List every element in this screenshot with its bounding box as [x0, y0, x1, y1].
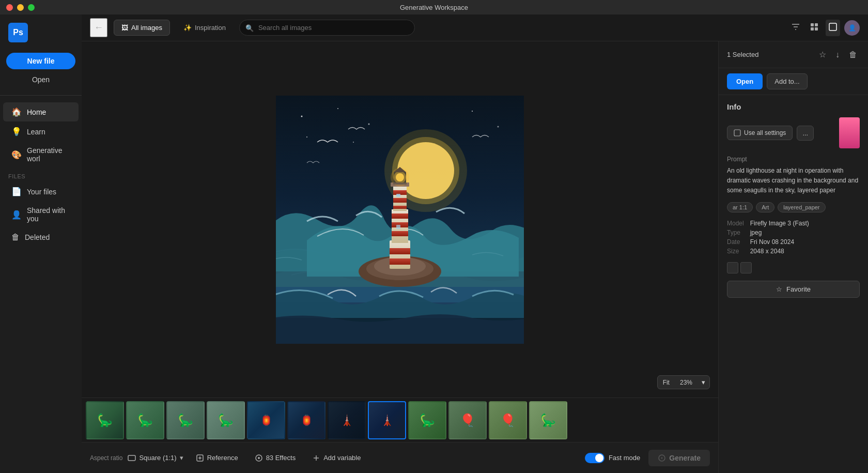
svg-rect-5 — [811, 27, 814, 30]
sidebar-item-label: Deleted — [25, 233, 50, 241]
color-swatch — [839, 117, 860, 148]
sidebar-item-shared[interactable]: 👤 Shared with you — [3, 202, 79, 227]
svg-rect-6 — [815, 27, 818, 30]
thumbnail-9[interactable]: 🦕 — [408, 401, 446, 439]
back-button[interactable]: ← — [90, 18, 107, 37]
svg-rect-41 — [396, 194, 400, 197]
svg-point-14 — [368, 123, 370, 125]
grid-icon-row — [727, 262, 860, 273]
reference-button[interactable]: Reference — [192, 451, 242, 465]
open-button[interactable]: Open — [6, 72, 75, 87]
filter-button[interactable] — [788, 20, 803, 36]
generate-button[interactable]: Generate — [648, 450, 710, 466]
minimize-button[interactable] — [17, 4, 24, 11]
sidebar-item-learn[interactable]: 💡 Learn — [3, 122, 79, 141]
info-title: Info — [727, 102, 860, 111]
aspect-ratio-value: Square (1:1) — [139, 454, 176, 462]
reference-icon — [196, 454, 204, 462]
selected-count: 1 Selected — [727, 51, 758, 58]
thumbnail-10[interactable]: 🎈 — [448, 401, 487, 439]
svg-rect-25 — [390, 258, 410, 265]
right-panel-header: 1 Selected ☆ ↓ 🗑 — [719, 41, 868, 68]
sidebar-item-generative[interactable]: 🎨 Generative worl — [3, 142, 79, 167]
close-button[interactable] — [6, 4, 13, 11]
right-panel: 1 Selected ☆ ↓ 🗑 Open Add to... Info Use… — [718, 41, 868, 473]
aspect-ratio-icon — [128, 454, 136, 462]
shared-icon: 👤 — [11, 210, 22, 220]
panel-info-section: Info Use all settings ... Prompt An old … — [719, 95, 868, 473]
zoom-control: Fit 23% ▾ — [657, 375, 710, 389]
thumbnail-11[interactable]: 🎈 — [489, 401, 527, 439]
sidebar-divider — [0, 95, 82, 96]
thumbnail-5[interactable]: 🏮 — [247, 401, 285, 439]
delete-header-button[interactable]: 🗑 — [846, 48, 860, 62]
svg-rect-4 — [815, 23, 818, 26]
fast-mode-toggle[interactable]: Fast mode — [585, 453, 640, 463]
sidebar-item-deleted[interactable]: 🗑 Deleted — [3, 228, 79, 247]
prompt-label: Prompt — [727, 156, 860, 163]
main-content: ← 🖼 All images ✨ Inspiration 🔍 👤 — [82, 0, 868, 473]
thumbnail-12[interactable]: 🦕 — [529, 401, 567, 439]
tag-art: Art — [756, 202, 774, 212]
tag-layered: layered_paper — [778, 202, 825, 212]
type-value: jpeg — [750, 229, 860, 236]
sidebar-item-home[interactable]: 🏠 Home — [3, 102, 79, 121]
favorite-header-button[interactable]: ☆ — [816, 47, 829, 62]
single-view-button[interactable] — [826, 20, 840, 36]
add-to-button[interactable]: Add to... — [767, 73, 807, 89]
tags-row: ar 1:1 Art layered_paper — [727, 202, 860, 212]
download-header-button[interactable]: ↓ — [833, 48, 842, 62]
svg-point-12 — [301, 115, 303, 117]
sidebar-item-your-files[interactable]: 📄 Your files — [3, 182, 79, 201]
home-icon: 🏠 — [11, 107, 22, 117]
svg-rect-29 — [392, 231, 408, 236]
svg-point-16 — [498, 126, 499, 127]
open-action-button[interactable]: Open — [727, 73, 763, 89]
search-icon: 🔍 — [245, 24, 254, 32]
main-image — [276, 96, 524, 344]
more-options-button[interactable]: ... — [797, 126, 814, 141]
all-images-tab[interactable]: 🖼 All images — [114, 20, 170, 36]
svg-rect-24 — [390, 248, 410, 254]
main-image-container: Fit 23% ▾ — [82, 41, 718, 398]
use-all-settings-button[interactable]: Use all settings — [727, 126, 793, 140]
use-settings-label: Use all settings — [744, 129, 786, 136]
thumbnail-2[interactable]: 🦕 — [126, 401, 164, 439]
zoom-percent: 23% — [675, 376, 698, 389]
thumbnail-3[interactable]: 🦕 — [166, 401, 205, 439]
effects-button[interactable]: 83 Effects — [251, 451, 300, 465]
file-icon: 📄 — [11, 187, 22, 196]
svg-rect-42 — [396, 225, 400, 229]
window-chrome: Generative Workspace — [0, 0, 868, 14]
all-images-label: All images — [131, 24, 162, 32]
grid-icon-1 — [727, 262, 738, 273]
grid-view-button[interactable] — [807, 20, 822, 36]
thumbnail-8-selected[interactable]: 🗼 — [368, 401, 406, 439]
thumbnail-6[interactable]: 🏮 — [287, 401, 326, 439]
date-value: Fri Nov 08 2024 — [750, 238, 860, 246]
type-label: Type — [727, 229, 744, 236]
toggle-knob — [595, 454, 603, 462]
inspiration-tab[interactable]: ✨ Inspiration — [176, 20, 233, 35]
fast-mode-switch[interactable] — [585, 453, 605, 463]
svg-rect-33 — [393, 206, 407, 209]
thumbnail-4[interactable]: 🦕 — [207, 401, 245, 439]
images-icon: 🖼 — [121, 24, 128, 32]
search-input[interactable] — [239, 20, 415, 36]
thumbnail-7[interactable]: 🗼 — [328, 401, 366, 439]
user-avatar-button[interactable]: 👤 — [844, 20, 860, 36]
sidebar-item-label: Generative worl — [27, 146, 70, 163]
new-file-button[interactable]: New file — [6, 53, 75, 69]
svg-point-18 — [353, 142, 354, 143]
aspect-ratio-control[interactable]: Aspect ratio Square (1:1) ▾ — [90, 454, 183, 462]
generate-label: Generate — [669, 454, 701, 462]
add-variable-button[interactable]: Add variable — [308, 451, 365, 465]
app-logo: Ps — [0, 14, 82, 49]
thumbnail-1[interactable]: 🦕 — [86, 401, 124, 439]
zoom-dropdown-button[interactable]: ▾ — [698, 376, 709, 389]
generate-icon — [658, 454, 666, 462]
svg-rect-7 — [829, 23, 836, 30]
favorite-button[interactable]: ☆ Favorite — [727, 281, 860, 298]
maximize-button[interactable] — [28, 4, 35, 11]
star-icon: ☆ — [776, 285, 782, 293]
